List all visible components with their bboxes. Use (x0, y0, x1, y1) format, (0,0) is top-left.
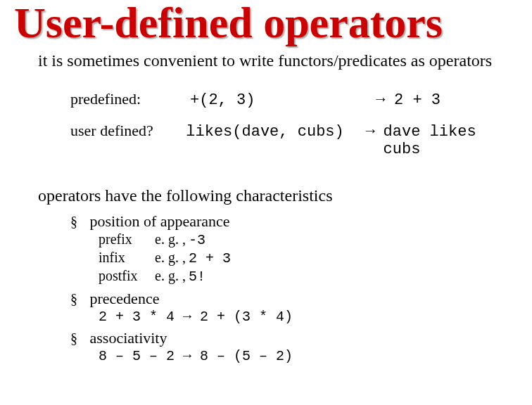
slide: User-defined operators it is sometimes c… (0, 0, 532, 382)
eg-label: e. g. , (155, 231, 186, 248)
example-row: predefined: +(2, 3) → 2 + 3 (70, 90, 518, 109)
arrow-icon: → (363, 122, 384, 140)
examples-block: predefined: +(2, 3) → 2 + 3 user defined… (70, 90, 518, 158)
position-example-code: 2 + 3 (189, 250, 231, 267)
bullet-position: position of appearance prefix e. g. , -3… (70, 212, 518, 285)
position-example-code: 5! (189, 268, 205, 285)
position-item: prefix e. g. , -3 (99, 231, 518, 249)
example-label: user defined? (70, 122, 186, 140)
expr-rhs: 8 – (5 – 2) (200, 348, 293, 364)
example-functor: +(2, 3) (190, 91, 373, 109)
eg-label: e. g. , (155, 249, 186, 266)
example-functor: likes(dave, cubs) (186, 123, 362, 141)
bullet-label: precedence (90, 290, 160, 307)
section-intro: operators have the following characteris… (38, 186, 518, 205)
position-item: infix e. g. , 2 + 3 (99, 249, 518, 267)
bullet-label: associativity (90, 329, 167, 347)
bullet-precedence: precedence 2 + 3 * 4 → 2 + (3 * 4) (70, 290, 518, 325)
position-name: prefix (99, 231, 155, 248)
example-row: user defined? likes(dave, cubs) → dave l… (70, 122, 518, 158)
eg-label: e. g. , (155, 267, 186, 285)
arrow-icon: → (180, 347, 194, 364)
bullet-label: position of appearance (90, 212, 230, 230)
expr-lhs: 2 + 3 * 4 (99, 309, 175, 325)
example-label: predefined: (70, 90, 190, 108)
example-operator-form: dave likes cubs (384, 123, 518, 158)
slide-title: User-defined operators (14, 0, 518, 46)
bullet-associativity: associativity 8 – 5 – 2 → 8 – (5 – 2) (70, 329, 518, 364)
precedence-expr: 2 + 3 * 4 → 2 + (3 * 4) (99, 308, 518, 325)
example-operator-form: 2 + 3 (394, 91, 441, 109)
expr-rhs: 2 + (3 * 4) (200, 309, 293, 325)
position-sublist: prefix e. g. , -3 infix e. g. , 2 + 3 po… (99, 231, 518, 285)
arrow-icon: → (373, 90, 394, 108)
position-example-code: -3 (189, 231, 205, 249)
arrow-icon: → (180, 308, 194, 324)
associativity-expr: 8 – 5 – 2 → 8 – (5 – 2) (99, 347, 518, 364)
position-name: postfix (99, 267, 155, 285)
intro-text: it is sometimes convenient to write func… (38, 51, 518, 70)
expr-lhs: 8 – 5 – 2 (99, 348, 175, 364)
position-item: postfix e. g. , 5! (99, 267, 518, 285)
characteristics-list: position of appearance prefix e. g. , -3… (70, 212, 518, 364)
position-name: infix (99, 249, 155, 266)
